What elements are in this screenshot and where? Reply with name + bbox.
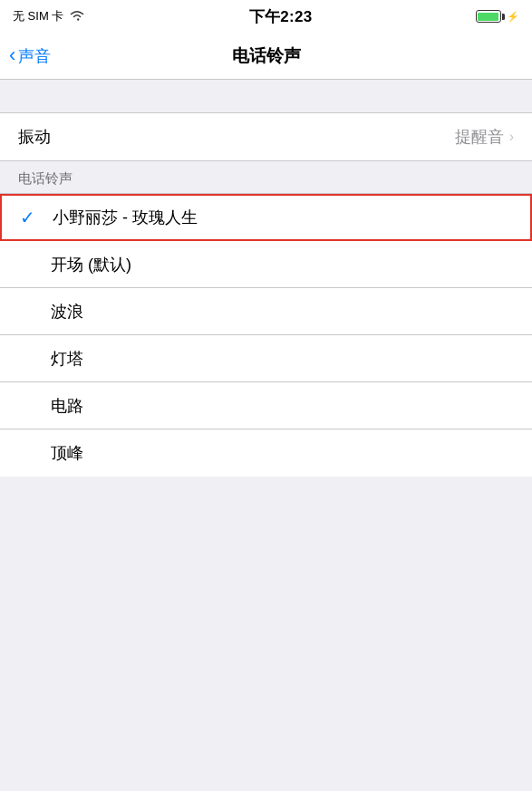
ringtone-row-3[interactable]: ✓ 灯塔 bbox=[0, 335, 532, 382]
ringtone-label-0: 小野丽莎 - 玫瑰人生 bbox=[53, 207, 198, 228]
ringtone-row-4[interactable]: ✓ 电路 bbox=[0, 382, 532, 429]
ringtone-row-selected[interactable]: ✓ 小野丽莎 - 玫瑰人生 bbox=[0, 194, 532, 241]
battery-icon: ⚡ bbox=[476, 10, 519, 23]
top-spacer bbox=[0, 80, 532, 112]
ringtone-label-2: 波浪 bbox=[51, 301, 83, 323]
back-button[interactable]: ‹ 声音 bbox=[9, 45, 51, 67]
carrier-label: 无 SIM 卡 bbox=[13, 8, 63, 24]
wifi-icon bbox=[69, 9, 85, 24]
chevron-right-icon: › bbox=[509, 129, 514, 145]
vibration-value-text: 提醒音 bbox=[455, 126, 504, 148]
ringtone-label-3: 灯塔 bbox=[51, 348, 83, 370]
ringtone-label-4: 电路 bbox=[51, 395, 83, 417]
ringtone-row-1[interactable]: ✓ 开场 (默认) bbox=[0, 241, 532, 288]
back-label: 声音 bbox=[18, 45, 51, 67]
ringtone-row-5[interactable]: ✓ 顶峰 bbox=[0, 429, 532, 477]
nav-bar: ‹ 声音 电话铃声 bbox=[0, 33, 532, 80]
ringtone-section-header: 电话铃声 bbox=[0, 161, 532, 193]
status-bar: 无 SIM 卡 下午2:23 ⚡ bbox=[0, 0, 532, 33]
vibration-value: 提醒音 › bbox=[455, 126, 514, 148]
status-left: 无 SIM 卡 bbox=[13, 8, 85, 24]
vibration-section: 振动 提醒音 › bbox=[0, 112, 532, 161]
vibration-row[interactable]: 振动 提醒音 › bbox=[0, 113, 532, 160]
vibration-label: 振动 bbox=[18, 126, 51, 148]
ringtone-row-2[interactable]: ✓ 波浪 bbox=[0, 288, 532, 335]
checkmark-icon: ✓ bbox=[20, 207, 40, 228]
status-time: 下午2:23 bbox=[249, 6, 313, 27]
ringtone-label-5: 顶峰 bbox=[51, 442, 83, 464]
ringtone-label-1: 开场 (默认) bbox=[51, 254, 131, 275]
page-title: 电话铃声 bbox=[232, 44, 301, 68]
back-chevron-icon: ‹ bbox=[9, 45, 15, 65]
status-right: ⚡ bbox=[476, 10, 519, 23]
ringtone-list: ✓ 小野丽莎 - 玫瑰人生 ✓ 开场 (默认) ✓ 波浪 ✓ 灯塔 ✓ 电路 ✓… bbox=[0, 193, 532, 477]
